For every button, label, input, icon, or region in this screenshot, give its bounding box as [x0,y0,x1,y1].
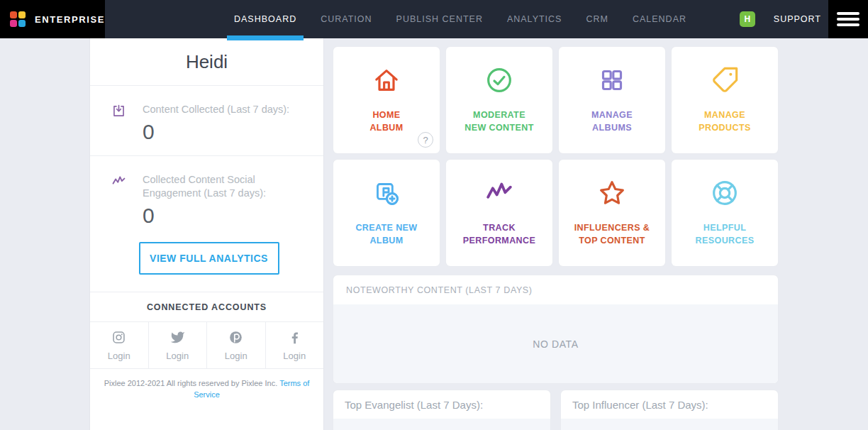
card-label: CREATE NEWALBUM [355,221,417,247]
nav-item-publish-center[interactable]: PUBLISH CENTER [396,14,483,24]
star-icon [598,179,626,210]
nav-menu: DASHBOARD CURATION PUBLISH CENTER ANALYT… [234,0,686,38]
card-label: HOMEALBUM [369,109,403,134]
top-influencer-title: Top Influencer (Last 7 Days): [561,390,778,419]
nav-item-crm[interactable]: CRM [586,14,608,24]
stat-label: Content Collected (Last 7 days): [143,103,289,116]
engagement-icon [111,174,127,228]
tag-icon [711,66,739,97]
user-avatar[interactable]: H [740,11,755,27]
connected-accounts-title: CONNECTED ACCOUNTS [90,292,323,322]
collect-icon [111,104,127,144]
pixlee-logo-icon [10,11,26,27]
card-manage-products[interactable]: MANAGEPRODUCTS [672,47,778,153]
login-label: Login [166,351,189,361]
facebook-login-button[interactable]: Login [266,322,324,368]
card-label: INFLUENCERS &TOP CONTENT [574,221,650,247]
lifebuoy-icon [711,179,739,210]
home-icon [372,66,401,97]
login-label: Login [108,351,130,361]
card-home-album[interactable]: HOMEALBUM ? [333,47,440,153]
active-tab-indicator [227,35,304,40]
shortcut-card-grid: HOMEALBUM ? MODERATENEW CONTENT [333,47,778,266]
stat-social-engagement: Collected Content Social Engagement (Las… [90,156,323,292]
pinterest-login-button[interactable]: Login [207,322,266,368]
nav-right: H SUPPORT [740,0,821,38]
new-album-icon [372,179,401,210]
sidebar: Heidi Content Collected (Last 7 days): 0 [89,38,324,430]
support-link[interactable]: SUPPORT [774,14,821,24]
connected-accounts-row: Login Login Login [90,322,323,369]
instagram-login-button[interactable]: Login [90,322,149,368]
main-content: HOMEALBUM ? MODERATENEW CONTENT [333,47,778,430]
pinterest-icon [228,330,243,348]
stat-content-collected: Content Collected (Last 7 days): 0 [90,86,323,156]
top-influencer-body [561,419,778,430]
card-influencers-top-content[interactable]: INFLUENCERS &TOP CONTENT [559,160,665,266]
stat-value: 0 [143,204,306,228]
copyright-footer: Pixlee 2012-2021 All rights reserved by … [90,369,323,409]
card-label: TRACKPERFORMANCE [463,221,535,247]
brand-logo-block[interactable]: ENTERPRISE [0,0,105,38]
nav-item-calendar[interactable]: CALENDAR [633,14,686,24]
noteworthy-empty-state: NO DATA [333,304,778,383]
card-label: HELPFULRESOURCES [696,221,755,247]
noteworthy-content-panel: NOTEWORTHY CONTENT (LAST 7 DAYS) NO DATA [333,275,778,383]
performance-icon [485,179,513,210]
twitter-login-button[interactable]: Login [149,322,208,368]
card-moderate-new-content[interactable]: MODERATENEW CONTENT [446,47,552,153]
noteworthy-title: NOTEWORTHY CONTENT (LAST 7 DAYS) [333,275,778,304]
stat-label: Collected Content Social Engagement (Las… [143,173,306,200]
card-helpful-resources[interactable]: HELPFULRESOURCES [672,160,778,266]
card-label: MANAGEPRODUCTS [699,109,750,134]
instagram-icon [111,330,126,348]
top-evangelist-body [333,419,550,430]
help-badge[interactable]: ? [418,132,433,148]
stat-value: 0 [143,120,289,144]
copyright-text: Pixlee 2012-2021 All rights reserved by … [104,379,278,387]
twitter-icon [170,330,185,348]
top-evangelist-panel: Top Evangelist (Last 7 Days): [333,390,550,430]
card-label: MODERATENEW CONTENT [464,109,533,134]
nav-item-dashboard[interactable]: DASHBOARD [234,14,296,24]
login-label: Login [225,351,247,361]
card-create-new-album[interactable]: CREATE NEWALBUM [333,160,440,266]
top-evangelist-title: Top Evangelist (Last 7 Days): [333,390,550,419]
facebook-icon [287,330,302,348]
login-label: Login [283,351,306,361]
nav-item-analytics[interactable]: ANALYTICS [507,14,562,24]
card-label: MANAGEALBUMS [591,109,633,134]
top-influencer-panel: Top Influencer (Last 7 Days): [561,390,778,430]
card-manage-albums[interactable]: MANAGEALBUMS [559,47,665,153]
grid-icon [598,66,626,97]
brand-name: ENTERPRISE [35,14,105,25]
top-navbar: ENTERPRISE DASHBOARD CURATION PUBLISH CE… [0,0,868,38]
account-title: Heidi [90,38,323,86]
view-full-analytics-button[interactable]: VIEW FULL ANALYTICS [139,242,279,275]
bottom-panels: Top Evangelist (Last 7 Days): Top Influe… [333,390,778,430]
hamburger-menu-icon[interactable] [828,0,868,38]
card-track-performance[interactable]: TRACKPERFORMANCE [446,160,552,266]
check-circle-icon [485,66,513,97]
nav-item-curation[interactable]: CURATION [321,14,372,24]
